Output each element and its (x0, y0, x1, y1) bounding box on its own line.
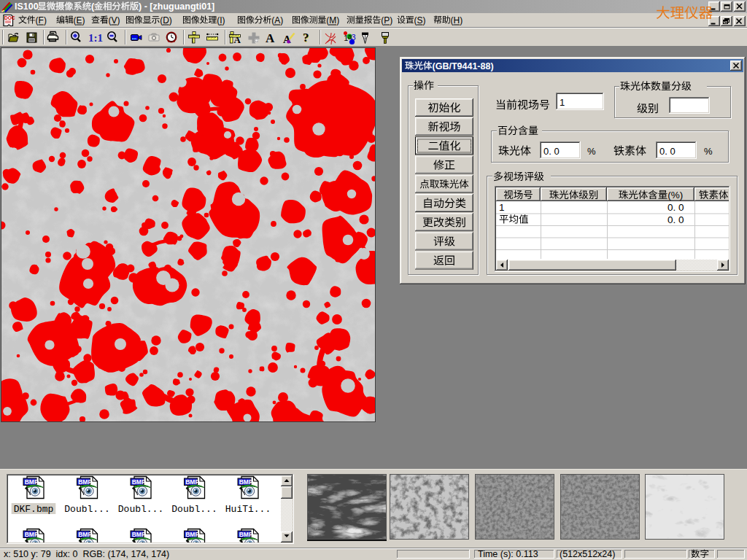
svg-text:Time (s): 0.113: Time (s): 0.113 (478, 549, 538, 559)
svg-text:?: ? (303, 31, 309, 44)
svg-text:(I): (I) (217, 15, 225, 26)
svg-text:DKF.bmp: DKF.bmp (14, 504, 54, 515)
svg-text:1: 1 (560, 97, 565, 108)
svg-text:A: A (266, 31, 275, 45)
svg-text:(D): (D) (160, 15, 172, 26)
svg-text:(512x512x24): (512x512x24) (560, 549, 615, 559)
svg-text:1:1: 1:1 (88, 32, 103, 44)
svg-text:(H): (H) (451, 15, 463, 26)
svg-text:%: % (587, 146, 596, 157)
svg-text:(S): (S) (414, 15, 426, 26)
svg-text:0. 0: 0. 0 (543, 146, 560, 157)
svg-text:0. 0: 0. 0 (659, 146, 676, 157)
svg-text:(E): (E) (74, 15, 85, 26)
svg-text:(F): (F) (36, 15, 47, 26)
svg-text:0. 0: 0. 0 (667, 214, 684, 225)
svg-text:BMP: BMP (185, 531, 199, 538)
svg-text:(M): (M) (326, 15, 339, 26)
svg-text:) - [zhuguangti01]: ) - [zhuguangti01] (139, 1, 214, 12)
svg-text:(A): (A) (271, 15, 283, 26)
svg-text:BMP: BMP (185, 478, 199, 486)
svg-text:BMP: BMP (25, 531, 39, 538)
svg-text:BMP: BMP (239, 478, 253, 486)
svg-text:(%): (%) (667, 190, 683, 201)
svg-text:Doubl...: Doubl... (118, 504, 163, 515)
svg-text:BMP: BMP (78, 531, 92, 538)
svg-text:Doubl...: Doubl... (64, 504, 109, 515)
svg-text:0. 0: 0. 0 (667, 202, 684, 213)
svg-text:BMP: BMP (132, 531, 146, 538)
svg-text:BMP: BMP (239, 531, 253, 538)
svg-text:(P): (P) (381, 15, 392, 26)
svg-text:BMP: BMP (78, 478, 92, 486)
svg-text:BMP: BMP (25, 478, 39, 486)
svg-text:(GB/T9441-88): (GB/T9441-88) (433, 61, 494, 71)
svg-text:(V): (V) (109, 15, 120, 26)
svg-text:A: A (234, 34, 241, 45)
svg-text:1: 1 (499, 202, 505, 213)
svg-text:BMP: BMP (132, 478, 146, 486)
svg-text:DOC: DOC (4, 15, 15, 20)
svg-text:HuiTi...: HuiTi... (225, 504, 271, 515)
svg-text:Doubl...: Doubl... (171, 504, 217, 515)
svg-text:IS100: IS100 (15, 1, 39, 12)
svg-text:%: % (704, 146, 713, 157)
svg-text:x: 510 y: 79 idx: 0 RGB: (17: x: 510 y: 79 idx: 0 RGB: (174, 174, 174) (4, 549, 169, 559)
